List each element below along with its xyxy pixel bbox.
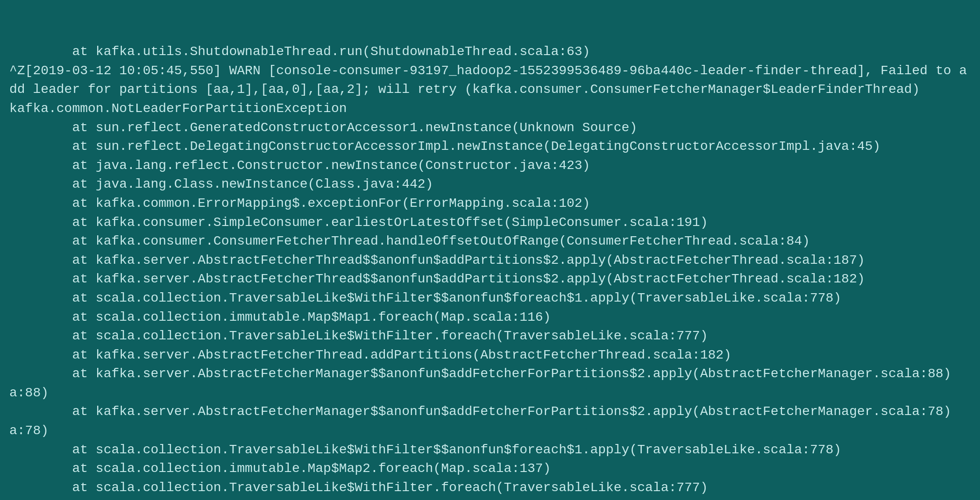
console-line: at kafka.server.AbstractFetcherManager.a… [9,497,971,500]
console-line: at kafka.server.AbstractFetcherManager$$… [9,402,971,422]
console-line: at kafka.utils.ShutdownableThread.run(Sh… [9,42,971,62]
console-line: a:78) [9,422,971,441]
console-line: at java.lang.reflect.Constructor.newInst… [9,156,971,176]
console-line: at scala.collection.TraversableLike$With… [9,479,971,498]
console-line: at sun.reflect.GeneratedConstructorAcces… [9,119,971,138]
console-line: at kafka.server.AbstractFetcherManager$$… [9,365,971,384]
console-line: at kafka.server.AbstractFetcherThread.ad… [9,346,971,365]
console-line: at kafka.consumer.ConsumerFetcherThread.… [9,232,971,251]
console-lines: at kafka.utils.ShutdownableThread.run(Sh… [9,42,971,500]
console-output: at kafka.utils.ShutdownableThread.run(Sh… [9,5,971,500]
console-line: at kafka.server.AbstractFetcherThread$$a… [9,270,971,289]
console-line: at sun.reflect.DelegatingConstructorAcce… [9,137,971,156]
console-line: at scala.collection.TraversableLike$With… [9,327,971,346]
console-line: at scala.collection.immutable.Map$Map1.f… [9,308,971,327]
console-line: at scala.collection.TraversableLike$With… [9,289,971,308]
console-line: at scala.collection.immutable.Map$Map2.f… [9,459,971,479]
console-line: at kafka.common.ErrorMapping$.exceptionF… [9,194,971,213]
console-line: ^Z[2019-03-12 10:05:45,550] WARN [consol… [9,62,971,99]
console-line: at kafka.server.AbstractFetcherThread$$a… [9,251,971,270]
console-line: at java.lang.Class.newInstance(Class.jav… [9,175,971,194]
console-line: kafka.common.NotLeaderForPartitionExcept… [9,99,971,119]
console-line: a:88) [9,384,971,403]
console-line: at scala.collection.TraversableLike$With… [9,441,971,460]
console-line: at kafka.consumer.SimpleConsumer.earlies… [9,213,971,232]
